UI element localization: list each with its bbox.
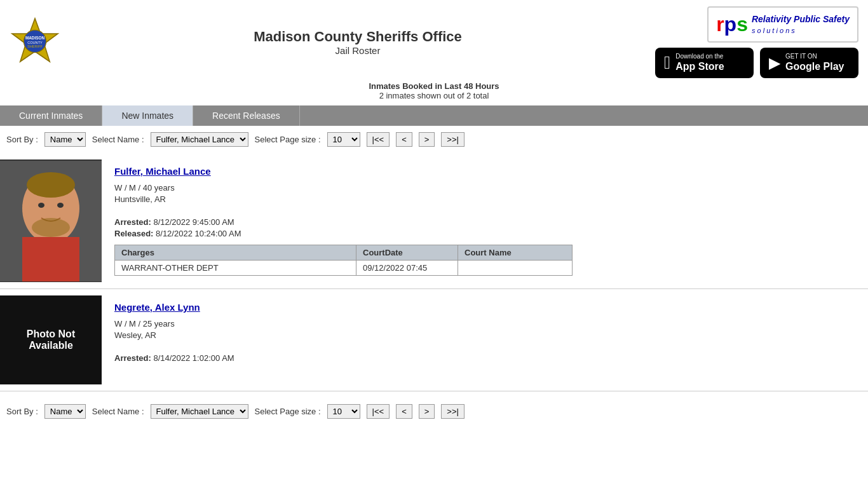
court-date-value: 09/12/2022 07:45 <box>356 261 458 276</box>
prev-page-button[interactable]: < <box>396 132 412 147</box>
prev-page-button-bottom[interactable]: < <box>396 404 412 419</box>
page-size-label: Select Page size : <box>255 135 321 144</box>
inmate-name-1[interactable]: Fulfer, Michael Lance <box>114 166 855 177</box>
charge-value: WARRANT-OTHER DEPT <box>115 261 356 276</box>
first-page-button-bottom[interactable]: |<< <box>367 404 390 419</box>
inmate-photo-1 <box>0 159 102 282</box>
inmate-race-2: W / M / <box>114 319 143 329</box>
app-buttons-row:  Download on the App Store ▶ GET IT ON … <box>655 48 858 78</box>
svg-text:SHERIFF: SHERIFF <box>27 44 43 48</box>
page-size-select-bottom[interactable]: 10 25 50 100 <box>327 404 360 419</box>
inmate-photo-image-1 <box>0 161 102 281</box>
page-subtitle: Jail Roster <box>254 45 462 56</box>
charges-table-1: Charges CourtDate Court Name WARRANT-OTH… <box>114 245 573 276</box>
svg-point-9 <box>27 172 75 198</box>
subheader-line2: 2 inmates shown out of 2 total <box>379 91 489 100</box>
charges-header: Charges <box>115 245 356 261</box>
controls-top: Sort By : Name Select Name : Fulfer, Mic… <box>0 126 868 153</box>
apple-icon:  <box>664 53 670 73</box>
tab-recent-releases[interactable]: Recent Releases <box>193 105 300 126</box>
google-play-button[interactable]: ▶ GET IT ON Google Play <box>760 48 858 78</box>
inmate-arrested-1: Arrested: 8/12/2022 9:45:00 AM <box>114 217 855 227</box>
sheriff-badge-area: MADISON COUNTY SHERIFF <box>10 16 60 69</box>
sheriff-badge-icon: MADISON COUNTY SHERIFF <box>10 16 60 67</box>
next-page-button-bottom[interactable]: > <box>419 404 435 419</box>
rps-p: p <box>724 13 737 36</box>
inmate-arrested-2: Arrested: 8/14/2022 1:02:00 AM <box>114 353 855 363</box>
last-page-button[interactable]: >>| <box>441 132 465 147</box>
inmate-location-1: Huntsville, AR <box>114 194 855 204</box>
svg-point-10 <box>38 203 44 208</box>
rps-r: r <box>716 13 724 36</box>
sort-by-select[interactable]: Name <box>44 132 86 147</box>
inmate-info-2: Negrete, Alex Lynn W / M / 25 years Wesl… <box>102 295 868 384</box>
inmate-age-2: 25 years <box>143 319 175 329</box>
inmate-photo-2: Photo Not Available <box>0 295 102 384</box>
inmate-race-sex-age-1: W / M / 40 years <box>114 183 855 193</box>
rps-s: s <box>736 13 748 36</box>
inmate-location-2: Wesley, AR <box>114 330 855 340</box>
select-name-label: Select Name : <box>92 135 144 144</box>
inmate-age-1: 40 years <box>143 183 175 193</box>
inmate-info-1: Fulfer, Michael Lance W / M / 40 years H… <box>102 159 868 282</box>
svg-text:COUNTY: COUNTY <box>27 41 43 44</box>
name-select[interactable]: Fulfer, Michael Lance <box>151 132 248 147</box>
svg-point-12 <box>32 218 70 237</box>
svg-point-11 <box>57 203 64 208</box>
tab-new-inmates[interactable]: New Inmates <box>102 105 193 126</box>
header-right: rps Relativity Public Safety s o l u t i… <box>655 6 858 78</box>
subheader-line1: Inmates Booked in Last 48 Hours <box>369 81 499 91</box>
inmate-name-2[interactable]: Negrete, Alex Lynn <box>114 302 855 313</box>
select-name-label-bottom: Select Name : <box>92 407 144 416</box>
inmate-race-sex-age-2: W / M / 25 years <box>114 319 855 329</box>
sort-by-label: Sort By : <box>6 135 38 144</box>
svg-text:MADISON: MADISON <box>25 36 45 40</box>
tab-current-inmates[interactable]: Current Inmates <box>0 105 102 126</box>
rps-logo: rps Relativity Public Safety s o l u t i… <box>707 6 858 43</box>
svg-rect-7 <box>22 237 79 281</box>
photo-not-available-text: Photo Not Available <box>6 329 95 351</box>
page-title: Madison County Sheriffs Office <box>254 29 462 45</box>
controls-bottom: Sort By : Name Select Name : Fulfer, Mic… <box>0 398 868 425</box>
last-page-button-bottom[interactable]: >>| <box>441 404 465 419</box>
sort-by-label-bottom: Sort By : <box>6 407 38 416</box>
page-header: MADISON COUNTY SHERIFF Madison County Sh… <box>0 0 868 78</box>
inmate-released-1: Released: 8/12/2022 10:24:00 AM <box>114 229 855 238</box>
sort-by-select-bottom[interactable]: Name <box>44 404 86 419</box>
page-size-label-bottom: Select Page size : <box>255 407 321 416</box>
inmate-list: Fulfer, Michael Lance W / M / 40 years H… <box>0 153 868 391</box>
inmate-record-2: Photo Not Available Negrete, Alex Lynn W… <box>0 289 868 391</box>
next-page-button[interactable]: > <box>419 132 435 147</box>
google-play-icon: ▶ <box>769 54 780 72</box>
nav-tabs: Current Inmates New Inmates Recent Relea… <box>0 105 868 126</box>
court-date-header: CourtDate <box>356 245 458 261</box>
rps-tagline: Relativity Public Safety s o l u t i o n… <box>752 13 850 36</box>
app-store-button[interactable]:  Download on the App Store <box>655 48 754 78</box>
page-size-select[interactable]: 10 25 50 100 <box>327 132 360 147</box>
court-name-value <box>458 261 573 276</box>
inmate-record-1: Fulfer, Michael Lance W / M / 40 years H… <box>0 153 868 289</box>
name-select-bottom[interactable]: Fulfer, Michael Lance <box>151 404 248 419</box>
inmate-race-1: W / M / <box>114 183 143 193</box>
rps-letters: rps <box>716 13 748 36</box>
title-area: Madison County Sheriffs Office Jail Rost… <box>254 29 462 56</box>
court-name-header: Court Name <box>458 245 573 261</box>
charge-row: WARRANT-OTHER DEPT 09/12/2022 07:45 <box>115 261 573 276</box>
subheader: Inmates Booked in Last 48 Hours 2 inmate… <box>0 81 868 100</box>
first-page-button[interactable]: |<< <box>367 132 390 147</box>
